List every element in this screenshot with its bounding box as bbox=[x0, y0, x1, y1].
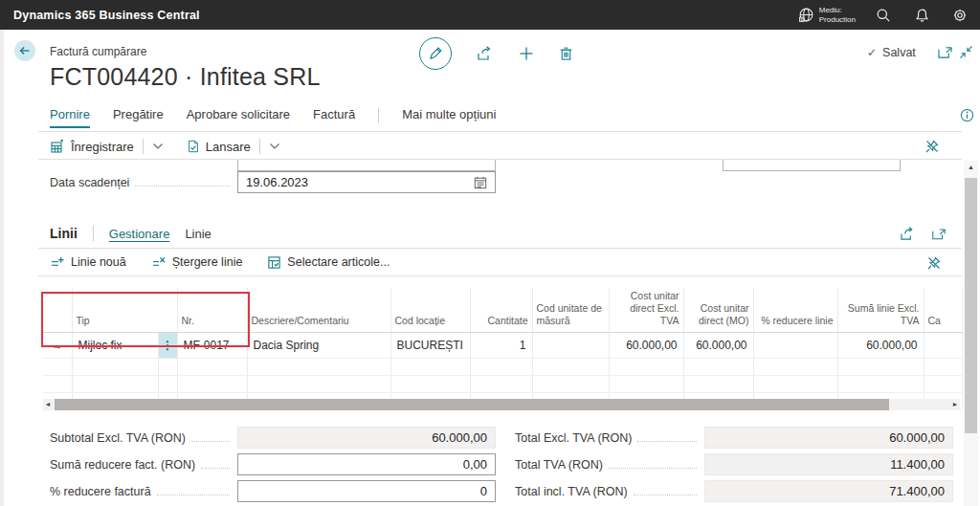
cell-descriere[interactable]: Dacia Spring bbox=[247, 333, 390, 359]
horizontal-scrollbar-thumb[interactable] bbox=[55, 399, 889, 410]
new-line-label: Linie nouă bbox=[71, 255, 126, 269]
delete-line-button[interactable]: Ștergere linie bbox=[151, 255, 243, 270]
app-title[interactable]: Dynamics 365 Business Central bbox=[13, 9, 200, 22]
subtotal-field: 60.000,00 bbox=[237, 427, 496, 449]
col-header-cantitate[interactable]: Cantitate bbox=[470, 288, 532, 333]
total-vat-field: 11.400,00 bbox=[704, 453, 953, 475]
divider bbox=[143, 139, 144, 154]
table-header-row: Tip Nr. Descriere/Comentariu Cod locație… bbox=[43, 288, 962, 333]
col-header-cod-locatie[interactable]: Cod locație bbox=[390, 288, 470, 333]
environment-value: Production bbox=[819, 15, 856, 25]
tab-pregatire[interactable]: Pregătire bbox=[113, 107, 164, 126]
scroll-up-icon[interactable]: ▲ bbox=[964, 161, 978, 174]
tabs-divider bbox=[378, 108, 379, 123]
col-header-reducere-linie[interactable]: % reducere linie bbox=[753, 288, 837, 333]
total-excl-vat-field: 60.000,00 bbox=[704, 427, 953, 449]
select-items-button[interactable]: Selectare articole... bbox=[267, 255, 390, 270]
tab-aprobare-solicitare[interactable]: Aprobare solicitare bbox=[187, 107, 290, 126]
environment-button[interactable]: Mediu: Production bbox=[798, 6, 856, 25]
notifications-icon[interactable] bbox=[911, 5, 932, 26]
collapse-icon bbox=[959, 45, 973, 59]
col-header-tip[interactable]: Tip bbox=[72, 288, 177, 333]
vertical-scrollbar-thumb[interactable] bbox=[965, 178, 977, 433]
col-header-nr[interactable]: Nr. bbox=[177, 288, 247, 333]
select-items-label: Selectare articole... bbox=[287, 255, 390, 269]
invoice-discount-amount-value: 0,00 bbox=[463, 457, 487, 472]
cell-truncated[interactable] bbox=[924, 333, 962, 359]
edit-button[interactable] bbox=[419, 37, 452, 70]
settings-gear-icon[interactable] bbox=[949, 5, 970, 26]
cell-cost-unitar-mo[interactable]: 60.000,00 bbox=[683, 333, 753, 359]
new-line-button[interactable]: Linie nouă bbox=[50, 255, 126, 270]
lines-menu-gestionare[interactable]: Gestionare bbox=[109, 227, 170, 241]
dotted-leader bbox=[191, 441, 230, 442]
open-in-window-button[interactable] bbox=[937, 45, 953, 59]
environment-globe-icon bbox=[798, 7, 814, 23]
calendar-icon[interactable] bbox=[474, 176, 487, 189]
search-icon[interactable] bbox=[873, 5, 894, 26]
due-date-row: Data scadenței 19.06.2023 bbox=[50, 171, 496, 193]
col-header-cost-unitar[interactable]: Cost unitar direct Excl. TVA bbox=[609, 288, 683, 333]
cell-nr[interactable]: MF-0017 bbox=[177, 333, 247, 359]
unpin-actionbar-icon[interactable] bbox=[924, 139, 940, 158]
delete-button[interactable] bbox=[559, 46, 573, 61]
dotted-leader bbox=[634, 495, 697, 495]
post-button[interactable]: Înregistrare bbox=[50, 139, 134, 154]
invoice-discount-amount-row: Sumă reducere fact. (RON) 0,00 bbox=[50, 453, 496, 475]
invoice-discount-pct-input[interactable]: 0 bbox=[237, 480, 496, 502]
cell-tip[interactable]: Mijloc fix bbox=[72, 333, 158, 359]
top-bar: Dynamics 365 Business Central Mediu: Pro… bbox=[0, 0, 980, 30]
release-button[interactable]: Lansare bbox=[187, 139, 251, 154]
share-lines-button[interactable] bbox=[900, 227, 916, 241]
horizontal-scrollbar[interactable]: ◄ ► bbox=[43, 399, 960, 410]
line-actions-bar: Linie nouă Ștergere linie Selectare arti… bbox=[50, 252, 390, 273]
page-left-edge bbox=[0, 30, 4, 506]
tab-pornire[interactable]: Pornire bbox=[50, 107, 90, 128]
total-incl-vat-label: Total incl. TVA (RON) bbox=[515, 485, 628, 498]
back-button[interactable] bbox=[14, 40, 35, 61]
post-label: Înregistrare bbox=[71, 140, 134, 154]
cell-cost-unitar[interactable]: 60.000,00 bbox=[609, 333, 683, 359]
open-window-icon bbox=[931, 227, 947, 241]
cell-cod-um[interactable] bbox=[532, 333, 609, 359]
cell-reducere-linie[interactable] bbox=[753, 333, 837, 359]
col-header-descriere[interactable]: Descriere/Comentariu bbox=[247, 288, 390, 333]
total-vat-row: Total TVA (RON) 11.400,00 bbox=[515, 453, 953, 475]
horizontal-scrollbar-track[interactable] bbox=[53, 399, 950, 410]
cell-options-dots[interactable]: ⋮ bbox=[158, 333, 177, 359]
cut-off-field-left[interactable] bbox=[237, 160, 496, 171]
cell-suma-linie[interactable]: 60.000,00 bbox=[837, 333, 924, 359]
vertical-scrollbar[interactable]: ▲ bbox=[964, 161, 978, 506]
tab-factura[interactable]: Factură bbox=[313, 107, 355, 126]
col-header-truncated[interactable]: Ca bbox=[924, 288, 962, 333]
divider bbox=[259, 139, 260, 154]
unpin-lines-icon[interactable] bbox=[926, 255, 942, 275]
invoice-discount-pct-value: 0 bbox=[480, 484, 487, 498]
cell-cod-locatie[interactable]: BUCUREȘTI bbox=[390, 333, 470, 359]
post-dropdown-chevron[interactable] bbox=[152, 143, 164, 150]
scroll-right-icon[interactable]: ► bbox=[950, 399, 960, 410]
lines-menu-linie[interactable]: Linie bbox=[185, 227, 211, 241]
total-vat-value: 11.400,00 bbox=[890, 457, 945, 472]
collapse-button[interactable] bbox=[959, 45, 973, 59]
cell-cantitate[interactable]: 1 bbox=[470, 333, 532, 359]
due-date-input[interactable]: 19.06.2023 bbox=[237, 171, 496, 193]
invoice-discount-amount-input[interactable]: 0,00 bbox=[237, 453, 496, 475]
open-lines-in-window-button[interactable] bbox=[931, 227, 947, 241]
share-icon bbox=[900, 227, 916, 241]
col-header-cost-unitar-mo[interactable]: Cost unitar direct (MO) bbox=[683, 288, 753, 333]
new-button[interactable] bbox=[519, 46, 534, 61]
total-incl-vat-field: 71.400,00 bbox=[704, 480, 953, 502]
scroll-left-icon[interactable]: ◄ bbox=[43, 399, 53, 410]
info-icon[interactable] bbox=[960, 108, 974, 122]
more-options-button[interactable]: Mai multe opțiuni bbox=[402, 107, 496, 126]
col-header-suma-linie[interactable]: Sumă linie Excl. TVA bbox=[837, 288, 924, 333]
release-dropdown-chevron[interactable] bbox=[269, 143, 280, 150]
new-line-icon bbox=[50, 255, 65, 270]
invoice-discount-amount-label: Sumă reducere fact. (RON) bbox=[50, 458, 195, 472]
lines-table: Tip Nr. Descriere/Comentariu Cod locație… bbox=[43, 288, 963, 410]
col-header-cod-um[interactable]: Cod unitate de măsură bbox=[532, 288, 609, 333]
share-button[interactable] bbox=[477, 46, 494, 61]
total-excl-vat-label: Total Excl. TVA (RON) bbox=[515, 431, 632, 445]
cut-off-field-right[interactable] bbox=[723, 160, 901, 171]
